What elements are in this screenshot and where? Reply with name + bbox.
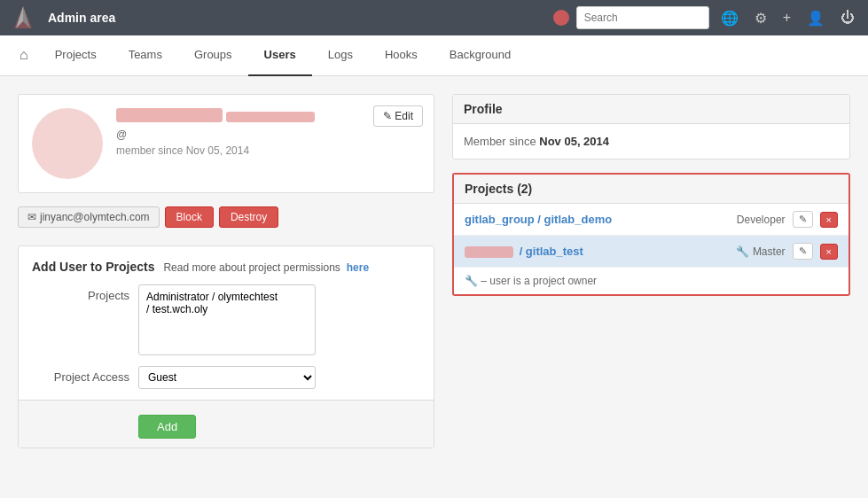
navbar: Admin area 🌐 ⚙ + 👤 ⏻ bbox=[0, 0, 868, 35]
edit-project-1-button[interactable]: ✎ bbox=[793, 211, 813, 228]
signout-icon-btn[interactable]: ⏻ bbox=[836, 8, 859, 27]
project-name-2: / gitlab_test bbox=[520, 245, 583, 258]
project-select[interactable]: Administrator / olymtechtest / test.wch.… bbox=[138, 284, 316, 355]
project-role-1: Developer bbox=[737, 214, 786, 226]
subnav-projects[interactable]: Projects bbox=[39, 35, 113, 76]
project-option-2[interactable]: / test.wch.oly bbox=[146, 303, 308, 315]
project-group-1: gitlab_group / bbox=[465, 213, 544, 226]
access-select-container: Guest Reporter Developer Master Owner bbox=[138, 366, 420, 389]
user-since: member since Nov 05, 2014 bbox=[116, 144, 420, 157]
master-label: Master bbox=[753, 245, 786, 258]
wrench-note-icon: 🔧 bbox=[465, 275, 478, 287]
subnav: ⌂ Projects Teams Groups Users Logs Hooks… bbox=[0, 35, 868, 76]
subnav-home[interactable]: ⌂ bbox=[9, 35, 39, 76]
right-panel: Profile Member since Nov 05, 2014 Projec… bbox=[452, 94, 850, 448]
subnav-teams[interactable]: Teams bbox=[113, 35, 178, 76]
project-group-blurred-2 bbox=[465, 246, 513, 258]
member-since-text: Member since Nov 05, 2014 bbox=[464, 135, 609, 148]
owner-note-text: – user is a project owner bbox=[481, 275, 597, 287]
user-email-text: jinyanc@olymtech.com bbox=[40, 211, 150, 223]
remove-project-2-button[interactable]: × bbox=[820, 244, 838, 260]
main-content: @ member since Nov 05, 2014 ✎ Edit ✉ jin… bbox=[0, 76, 868, 466]
add-button[interactable]: Add bbox=[138, 415, 196, 439]
projects-card: Projects (2) gitlab_group / gitlab_demo … bbox=[452, 173, 850, 296]
access-form-row: Project Access Guest Reporter Developer … bbox=[32, 366, 420, 389]
add-btn-row: Add bbox=[19, 400, 434, 447]
project-name-1: gitlab_demo bbox=[544, 213, 613, 226]
nav-red-dot bbox=[553, 10, 569, 26]
here-link[interactable]: here bbox=[347, 261, 369, 274]
user-email-blurred bbox=[226, 112, 315, 122]
add-user-title: Add User to Projects Read more about pro… bbox=[32, 260, 420, 274]
edit-button[interactable]: ✎ Edit bbox=[373, 105, 423, 127]
gear-icon-btn[interactable]: ⚙ bbox=[750, 8, 771, 28]
access-select[interactable]: Guest Reporter Developer Master Owner bbox=[138, 366, 316, 389]
navbar-title: Admin area bbox=[48, 11, 115, 25]
user-icon-btn[interactable]: 👤 bbox=[802, 8, 829, 28]
projects-form-row: Projects Administrator / olymtechtest / … bbox=[32, 284, 420, 355]
add-user-section: Add User to Projects Read more about pro… bbox=[18, 245, 434, 448]
subnav-logs[interactable]: Logs bbox=[312, 35, 369, 76]
remove-project-1-button[interactable]: × bbox=[820, 212, 838, 228]
subnav-groups[interactable]: Groups bbox=[178, 35, 248, 76]
project-link-1[interactable]: gitlab_group / gitlab_demo bbox=[465, 213, 730, 226]
destroy-button[interactable]: Destroy bbox=[219, 206, 278, 228]
subnav-hooks[interactable]: Hooks bbox=[369, 35, 434, 76]
plus-icon-btn[interactable]: + bbox=[778, 8, 795, 27]
profile-card: Profile Member since Nov 05, 2014 bbox=[452, 94, 850, 160]
project-link-2[interactable]: / gitlab_test bbox=[465, 245, 729, 258]
subnav-background[interactable]: Background bbox=[434, 35, 527, 76]
subnav-users[interactable]: Users bbox=[248, 35, 312, 76]
member-since-date: Nov 05, 2014 bbox=[539, 135, 609, 148]
project-row-1: gitlab_group / gitlab_demo Developer ✎ × bbox=[454, 204, 848, 236]
project-role-2: 🔧 Master bbox=[736, 245, 786, 258]
projects-select-container: Administrator / olymtechtest / test.wch.… bbox=[138, 284, 420, 355]
profile-header: Profile bbox=[453, 95, 849, 124]
globe-icon-btn[interactable]: 🌐 bbox=[716, 8, 743, 28]
user-name-blurred bbox=[116, 108, 223, 122]
email-badge: ✉ jinyanc@olymtech.com bbox=[18, 206, 160, 228]
action-row: ✉ jinyanc@olymtech.com Block Destroy bbox=[18, 206, 434, 228]
left-panel: @ member since Nov 05, 2014 ✎ Edit ✉ jin… bbox=[18, 94, 434, 448]
projects-header: Projects (2) bbox=[454, 175, 848, 204]
user-card: @ member since Nov 05, 2014 ✎ Edit bbox=[18, 94, 434, 193]
gitlab-logo-icon bbox=[9, 4, 37, 32]
edit-project-2-button[interactable]: ✎ bbox=[793, 243, 813, 260]
email-icon: ✉ bbox=[27, 211, 36, 223]
owner-note: 🔧 – user is a project owner bbox=[454, 268, 848, 294]
wrench-icon: 🔧 bbox=[736, 245, 749, 258]
project-row-2: / gitlab_test 🔧 Master ✎ × bbox=[454, 236, 848, 268]
project-access-label: Project Access bbox=[32, 366, 129, 384]
avatar bbox=[32, 108, 103, 179]
navbar-logo bbox=[9, 4, 37, 32]
project-option-1[interactable]: Administrator / olymtechtest bbox=[146, 291, 308, 303]
profile-body: Member since Nov 05, 2014 bbox=[453, 124, 849, 159]
user-at: @ bbox=[116, 128, 127, 141]
projects-label: Projects bbox=[32, 284, 129, 302]
edit-icon: ✎ bbox=[383, 110, 392, 122]
read-more-text: Read more about project permissions bbox=[163, 261, 340, 274]
member-since-label: Member since bbox=[464, 135, 536, 148]
developer-label: Developer bbox=[737, 214, 786, 226]
search-input[interactable] bbox=[576, 6, 709, 29]
block-button[interactable]: Block bbox=[165, 206, 214, 228]
